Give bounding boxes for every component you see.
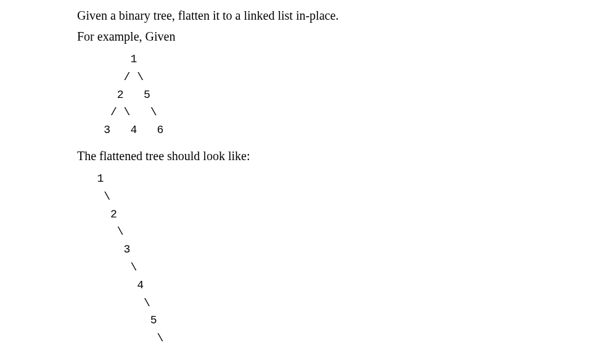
expected-output-label: The flattened tree should look like:	[77, 147, 595, 165]
output-tree-diagram: 1 \ 2 \ 3 \ 4 \ 5 \	[77, 170, 595, 347]
problem-statement-line2: For example, Given	[77, 27, 595, 46]
problem-statement-line1: Given a binary tree, flatten it to a lin…	[77, 6, 595, 25]
input-tree-diagram: 1 / \ 2 5 / \ \ 3 4 6	[77, 51, 595, 139]
